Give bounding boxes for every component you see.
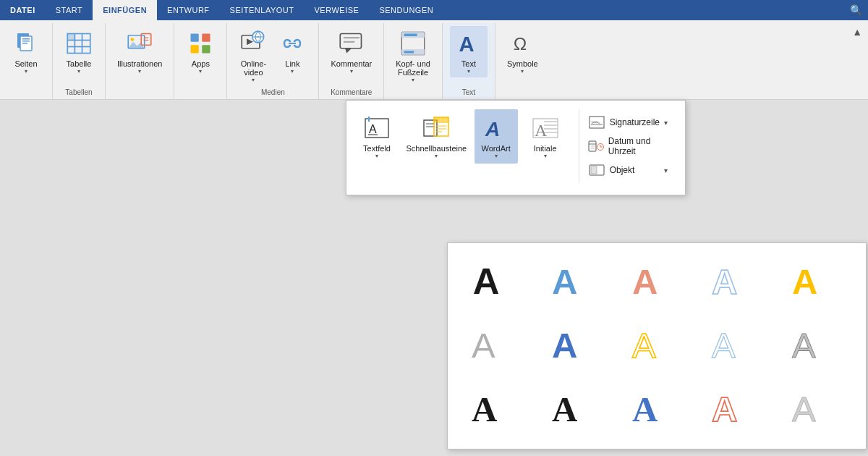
btn-illustrationen-label: Illustrationen: [117, 59, 162, 68]
text-dropdown-arrow: ▾: [467, 68, 470, 75]
svg-text:A: A: [792, 262, 817, 301]
svg-marker-22: [247, 38, 253, 45]
ri-signaturzeile[interactable]: Signaturzeile ▾: [585, 114, 671, 131]
tab-einfuegen[interactable]: EINFÜGEN: [93, 0, 157, 20]
tab-verweise[interactable]: VERWEISE: [305, 0, 370, 20]
objekt-text: Objekt: [610, 165, 635, 175]
tabelle-dropdown-arrow: ▾: [77, 68, 80, 75]
ri-datum-uhrzeit[interactable]: Datum und Uhrzeit: [585, 134, 671, 159]
btn-text-label: Text: [461, 59, 476, 68]
online-video-dropdown-arrow: ▾: [252, 77, 255, 83]
seiten-dropdown-arrow: ▾: [25, 68, 27, 75]
svg-text:A: A: [792, 326, 816, 365]
ri-objekt[interactable]: Objekt ▾: [585, 161, 671, 179]
td-btn-schnellbausteine[interactable]: Schnellbausteine ▾: [404, 109, 469, 164]
symbole-icon: Ω: [508, 29, 537, 58]
gallery-item-4[interactable]: A: [699, 252, 765, 310]
tab-datei[interactable]: DATEI: [0, 0, 46, 20]
gallery-item-11[interactable]: A: [459, 379, 524, 437]
svg-rect-3: [22, 41, 30, 42]
svg-text:A: A: [485, 118, 500, 140]
btn-text[interactable]: A Text ▾: [450, 26, 488, 77]
objekt-arrow: ▾: [664, 166, 668, 174]
svg-text:A: A: [473, 261, 500, 302]
btn-apps[interactable]: Apps ▾: [182, 26, 219, 77]
textfeld-label: Textfeld: [363, 144, 391, 153]
btn-kommentar-label: Kommentar: [331, 59, 372, 68]
gallery-item-15[interactable]: A: [780, 379, 845, 437]
svg-rect-31: [344, 41, 355, 43]
svg-text:A: A: [712, 326, 736, 365]
group-illustrationen: Illustrationen ▾: [106, 23, 174, 99]
collapse-ribbon-button[interactable]: ▲: [846, 23, 868, 99]
btn-kommentar[interactable]: Kommentar ▾: [326, 26, 376, 77]
kommentar-dropdown-arrow: ▾: [350, 68, 353, 75]
gallery-item-5[interactable]: A: [780, 252, 845, 310]
seiten-icon: [12, 29, 41, 58]
search-icon[interactable]: 🔍: [850, 4, 862, 16]
group-seiten: Seiten ▾: [0, 23, 53, 99]
svg-text:A: A: [632, 262, 658, 301]
btn-illustrationen[interactable]: Illustrationen ▾: [113, 26, 166, 77]
wordart-gallery: A A A A A A A A A: [447, 242, 867, 449]
btn-link[interactable]: Link ▾: [273, 26, 311, 77]
btn-link-label: Link: [285, 59, 299, 68]
textfeld-arrow: ▾: [375, 153, 378, 159]
group-text-label: Text: [462, 87, 475, 99]
link-dropdown-arrow: ▾: [291, 68, 294, 75]
gallery-item-14[interactable]: A: [699, 379, 765, 437]
gallery-item-9[interactable]: A: [699, 316, 765, 373]
ribbon-tabs: DATEI START EINFÜGEN ENTWURF SEITENLAYOU…: [0, 0, 868, 20]
gallery-item-1[interactable]: A: [459, 252, 524, 310]
datum-uhrzeit-text: Datum und Uhrzeit: [608, 136, 668, 156]
btn-online-video[interactable]: Online- video ▾: [234, 26, 272, 86]
wordart-arrow: ▾: [495, 153, 498, 159]
tab-sendungen[interactable]: SENDUNGEN: [369, 0, 443, 20]
svg-text:A: A: [472, 326, 495, 365]
gallery-item-12[interactable]: A: [540, 379, 605, 437]
gallery-item-6[interactable]: A: [459, 316, 524, 373]
wordart-icon: A: [482, 114, 511, 143]
svg-rect-4: [22, 43, 27, 44]
svg-text:A: A: [712, 389, 737, 428]
svg-rect-36: [404, 51, 414, 53]
link-icon: [278, 29, 307, 58]
gallery-item-2[interactable]: A: [540, 252, 605, 310]
initiale-label: Initiale: [534, 144, 557, 153]
btn-symbole[interactable]: Ω Symbole ▾: [503, 26, 542, 77]
objekt-icon: [588, 164, 605, 177]
online-video-icon: [239, 29, 268, 58]
tab-entwurf[interactable]: ENTWURF: [157, 0, 220, 20]
tab-seitenlayout[interactable]: SEITENLAYOUT: [220, 0, 305, 20]
signaturzeile-icon: [588, 116, 605, 129]
svg-text:A: A: [552, 326, 577, 365]
gallery-item-13[interactable]: A: [620, 379, 685, 437]
td-btn-wordart[interactable]: A WordArt ▾: [475, 109, 518, 164]
schnellbausteine-arrow: ▾: [435, 153, 438, 159]
svg-point-26: [258, 36, 259, 38]
kommentar-icon: [337, 29, 366, 58]
td-btn-textfeld[interactable]: A Textfeld ▾: [355, 109, 399, 164]
svg-rect-17: [191, 34, 199, 42]
gallery-item-3[interactable]: A: [620, 252, 685, 310]
btn-seiten-label: Seiten: [14, 59, 37, 68]
btn-online-video-label: Online- video: [241, 59, 266, 77]
btn-tabelle[interactable]: Tabelle ▾: [60, 26, 98, 77]
svg-marker-29: [345, 48, 352, 54]
group-apps: Apps ▾: [174, 23, 227, 99]
svg-rect-20: [203, 45, 210, 53]
svg-rect-35: [404, 34, 417, 36]
symbole-dropdown-arrow: ▾: [521, 68, 524, 75]
kopf-fuss-dropdown-arrow: ▾: [412, 77, 414, 83]
tabelle-icon: [64, 29, 93, 58]
svg-rect-48: [434, 117, 448, 123]
svg-text:A: A: [472, 389, 498, 429]
gallery-item-7[interactable]: A: [540, 316, 605, 373]
gallery-item-8[interactable]: A: [620, 316, 685, 373]
btn-kopf-fuss[interactable]: Kopf- und Fußzeile ▾: [391, 26, 435, 86]
tab-start[interactable]: START: [46, 0, 93, 20]
btn-seiten[interactable]: Seiten ▾: [7, 26, 45, 77]
td-btn-initiale[interactable]: A Initiale ▾: [524, 109, 567, 164]
gallery-item-10[interactable]: A: [780, 316, 845, 373]
svg-text:A: A: [459, 33, 474, 56]
